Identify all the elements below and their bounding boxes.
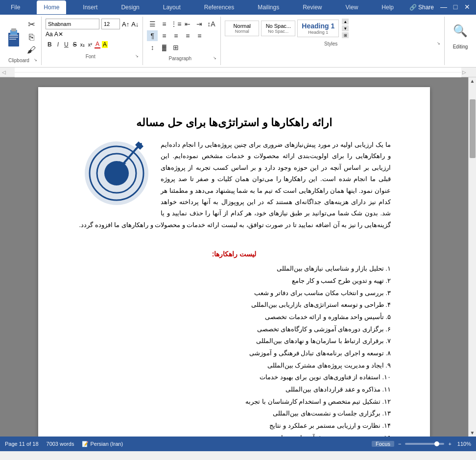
menu-insert[interactable]: Insert [76,0,104,14]
format-painter-button[interactable]: 🖌 [25,44,37,56]
focus-button[interactable]: Focus [372,441,394,447]
menu-home[interactable]: Home [37,0,66,14]
language: 📝 Persian (Iran) [82,441,123,447]
list-item: ۱۴. نظارت و ارزیابی مستمر بر عملکرد و نت… [77,420,391,432]
scrollbar-thumb[interactable] [470,99,476,158]
close-icon[interactable]: ✕ [462,3,472,12]
list-item: ۲. تهیه و تدوین طرح کسب و کار جامع [77,275,391,287]
list-item: ۷. برقراری ارتباط با سازمان‌ها و نهادهای… [77,335,391,347]
menu-mailings[interactable]: Mailings [251,0,286,14]
increase-font-size-button[interactable]: A↑ [122,21,129,28]
list-item: ۹. ایجاد و مدیریت پروژه‌های مشترک بین‌ال… [77,360,391,372]
menu-view[interactable]: View [339,0,365,14]
ruler-left-icon: ◁ [2,69,6,75]
scrollbar-track[interactable] [469,85,476,429]
style-nospace-button[interactable]: No Spac... No Spac... [261,21,295,36]
ruler-right-icon: ▷ [462,69,466,75]
superscript-button[interactable]: x² [87,42,93,47]
menu-file[interactable]: File [4,0,27,14]
styles-expand-icon[interactable]: ↘ [437,41,440,46]
align-right-button[interactable]: ≡ [182,30,193,41]
borders-button[interactable]: ⊞ [170,42,181,53]
list-item: ۳. بررسی و انتخاب مکان مناسب برای دفاتر … [77,287,391,299]
multilevel-list-button[interactable]: ⋮≡ [170,19,181,29]
zoom-thumb[interactable] [434,441,439,446]
clipboard-label: Clipboard [4,58,34,63]
styles-scroll-up-button[interactable]: ▲ [342,19,349,24]
scroll-up-arrow[interactable]: ▲ [469,77,476,85]
editing-group: 🔍 Editing [445,17,476,65]
svg-rect-4 [9,39,16,40]
document-page: ارائه راهکارها و استراتژی‌ها برای حل مسا… [38,87,430,437]
align-left-button[interactable]: ≡ [159,30,169,41]
decrease-font-size-button[interactable]: A↓ [131,21,139,28]
body-section: ما یک ارزیابی اولیه در مورد پیش‌نیازهای … [77,139,391,240]
copy-button[interactable]: ⎘ [25,31,37,43]
styles-more-button[interactable]: ⊞ [342,32,349,38]
paragraph-group-label: Paragraph [147,56,213,61]
vertical-scrollbar[interactable]: ▲ ▼ [468,77,476,437]
styles-scroll-controls: ▲ ▼ ⊞ [342,19,349,38]
styles-group: Normal Normal No Spac... No Spac... Head… [221,17,445,65]
zoom-out-button[interactable]: − [398,441,401,447]
solutions-list: ۱. تحلیل بازار و شناسایی نیازهای بین‌الم… [77,263,391,437]
menu-design[interactable]: Design [114,0,146,14]
clipboard-group: ✂ ⎘ 🖌 Clipboard ↘ [0,17,42,65]
document-scroll-area[interactable]: ارائه راهکارها و استراتژی‌ها برای حل مسا… [0,77,468,437]
menu-layout[interactable]: Layout [156,0,188,14]
document-title: ارائه راهکارها و استراتژی‌ها برای حل مسا… [77,116,391,129]
sort-button[interactable]: ↕A [206,19,216,29]
paste-button[interactable] [4,25,24,49]
search-editing-button[interactable]: 🔍 [449,19,472,43]
menu-references[interactable]: References [197,0,241,14]
list-item: ۸. توسعه و اجرای برنامه‌های تبادل فرهنگی… [77,347,391,360]
share-button[interactable]: 🔗 Share [406,3,437,12]
word-count: 7003 words [47,441,74,447]
subscript-button[interactable]: x₂ [79,42,86,47]
page-count: Page 11 of 18 [5,441,39,447]
title-bar: File Home Insert Design Layout Reference… [0,0,476,15]
change-case-button[interactable]: Aa [46,31,53,38]
decrease-indent-button[interactable]: ⇤ [182,19,193,29]
status-bar: Page 11 of 18 7003 words 📝 Persian (Iran… [0,437,476,451]
increase-indent-button[interactable]: ⇥ [194,19,205,29]
maximize-icon[interactable]: □ [451,3,460,12]
clear-formatting-button[interactable]: A✕ [54,31,63,38]
list-item: ۱. تحلیل بازار و شناسایی نیازهای بین‌الم… [77,263,391,275]
font-name-input[interactable] [46,19,99,29]
paragraph-expand-icon[interactable]: ↘ [213,56,216,60]
svg-point-10 [104,161,129,185]
align-center-button[interactable]: ≡ [170,30,181,41]
font-expand-icon[interactable]: ↘ [135,54,139,58]
clipboard-expand-icon[interactable]: ↘ [34,58,37,62]
list-item: ۵. تأسیس واحد مشاوره و ارائه خدمات تخصصی [77,311,391,323]
show-marks-button[interactable]: ¶ [147,30,158,41]
strikethrough-button[interactable]: S [72,41,78,48]
font-color-button[interactable]: A [95,41,100,48]
zoom-in-button[interactable]: + [448,441,451,447]
italic-button[interactable]: I [55,39,61,50]
line-spacing-button[interactable]: ↕ [147,42,158,53]
style-normal-button[interactable]: Normal Normal [225,21,259,36]
bold-button[interactable]: B [46,39,54,50]
list-item: ۶. برگزاری دوره‌های آموزشی و کارگاه‌های … [77,323,391,336]
numbering-button[interactable]: ≡ [159,19,169,29]
minimize-icon[interactable]: — [439,3,449,12]
shading-button[interactable]: ▓ [159,42,169,53]
paragraph-group: ☰ ≡ ⋮≡ ⇤ ⇥ ↕A ¶ ≡ ≡ ≡ ≡ ↕ ▓ ⊞ Paragraph … [143,17,221,65]
zoom-slider[interactable] [405,443,444,445]
scroll-down-arrow[interactable]: ▼ [469,429,476,437]
menu-review[interactable]: Review [296,0,329,14]
highlight-color-button[interactable]: A [102,41,108,48]
zoom-level[interactable]: 110% [457,441,471,447]
list-item: ۱۵. توسعه و بهبود مستمر فرآیندها و خدمات [77,432,391,437]
menu-help[interactable]: Help [375,0,401,14]
list-item: ۱۰. استفاده از فناوری‌های نوین برای بهبو… [77,371,391,384]
styles-scroll-down-button[interactable]: ▼ [342,25,349,31]
justify-button[interactable]: ≡ [194,30,205,41]
cut-button[interactable]: ✂ [25,19,37,30]
bullets-button[interactable]: ☰ [147,19,158,29]
underline-button[interactable]: U [62,39,71,50]
font-size-input[interactable] [101,19,120,29]
style-heading1-button[interactable]: Heading 1 Heading 1 [297,20,339,37]
